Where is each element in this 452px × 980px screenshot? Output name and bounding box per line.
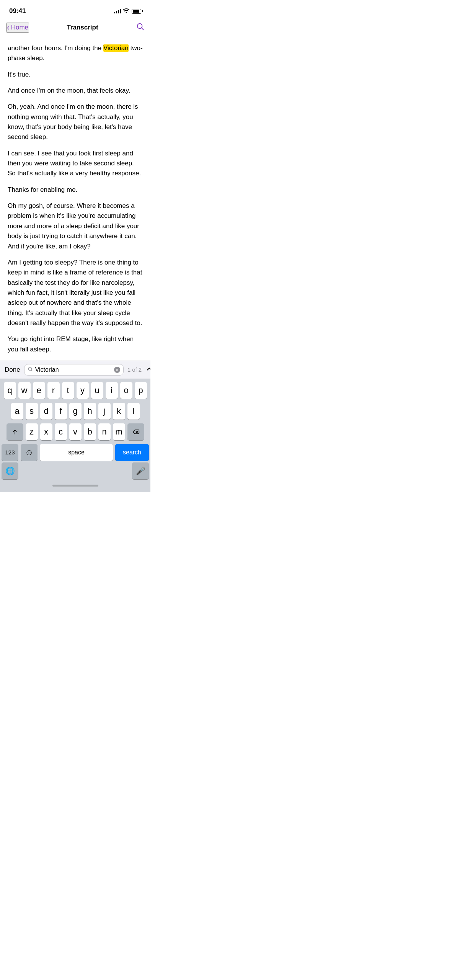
key-z[interactable]: z <box>26 423 38 440</box>
done-button[interactable]: Done <box>5 366 20 374</box>
wifi-icon <box>123 8 129 14</box>
find-counter: 1 of 2 <box>127 366 142 373</box>
key-s[interactable]: s <box>26 403 38 420</box>
status-time: 09:41 <box>9 7 26 15</box>
key-q[interactable]: q <box>4 382 16 399</box>
key-n[interactable]: n <box>98 423 111 440</box>
key-y[interactable]: y <box>77 382 89 399</box>
key-p[interactable]: p <box>135 382 147 399</box>
key-m[interactable]: m <box>113 423 125 440</box>
find-search-icon <box>28 366 33 373</box>
paragraph-6: Thanks for enabling me. <box>8 185 143 195</box>
key-w[interactable]: w <box>18 382 31 399</box>
emoji-key[interactable]: ☺ <box>21 444 38 461</box>
mic-key[interactable]: 🎤 <box>132 462 149 479</box>
battery-icon <box>132 9 143 14</box>
key-j[interactable]: j <box>98 403 111 420</box>
page-title: Transcript <box>67 24 98 31</box>
key-v[interactable]: v <box>69 423 82 440</box>
paragraph-8: Am I getting too sleepy? There is one th… <box>8 258 143 328</box>
key-x[interactable]: x <box>40 423 52 440</box>
keyboard-row-1: q w e r t y u i o p <box>2 382 149 399</box>
key-a[interactable]: a <box>11 403 23 420</box>
back-label: Home <box>11 24 28 31</box>
paragraph-2: It's true. <box>8 70 143 80</box>
paragraph-9: You go right into REM stage, like right … <box>8 334 143 354</box>
paragraph-3: And once I'm on the moon, that feels oka… <box>8 86 143 96</box>
key-l[interactable]: l <box>127 403 140 420</box>
paragraph-7: Oh my gosh, of course. Where it becomes … <box>8 201 143 252</box>
key-e[interactable]: e <box>33 382 45 399</box>
keyboard-row-5: 🌐 🎤 <box>2 462 149 479</box>
clear-button[interactable]: × <box>114 367 120 373</box>
status-bar: 09:41 <box>0 0 150 19</box>
transcript-content: another four hours. I'm doing the Victor… <box>0 37 150 361</box>
keyboard: q w e r t y u i o p a s d f g h j k l z … <box>0 379 150 492</box>
paragraph-5: I can see, I see that you took first sle… <box>8 149 143 179</box>
key-d[interactable]: d <box>40 403 52 420</box>
key-b[interactable]: b <box>84 423 96 440</box>
find-input[interactable] <box>35 366 112 373</box>
keyboard-row-4: 123 ☺ space search <box>2 444 149 462</box>
keyboard-row-2: a s d f g h j k l <box>2 403 149 420</box>
back-button[interactable]: ‹ Home <box>6 23 29 33</box>
highlight-victorian-1: Victorian <box>103 44 129 52</box>
numbers-key[interactable]: 123 <box>2 444 18 461</box>
shift-key[interactable] <box>7 423 23 440</box>
key-h[interactable]: h <box>84 403 96 420</box>
svg-line-1 <box>142 28 144 30</box>
key-t[interactable]: t <box>62 382 74 399</box>
key-u[interactable]: u <box>91 382 103 399</box>
chevron-left-icon: ‹ <box>7 23 10 32</box>
key-g[interactable]: g <box>69 403 82 420</box>
key-o[interactable]: o <box>120 382 132 399</box>
nav-bar: ‹ Home Transcript <box>0 19 150 37</box>
keyboard-spacer <box>21 462 130 479</box>
svg-line-3 <box>31 370 32 371</box>
paragraph-1: another four hours. I'm doing the Victor… <box>8 43 143 64</box>
search-button[interactable] <box>136 22 144 33</box>
space-key[interactable]: space <box>40 444 113 461</box>
key-c[interactable]: c <box>55 423 67 440</box>
find-bar: Done × 1 of 2 <box>0 361 150 379</box>
status-icons <box>114 8 143 14</box>
key-k[interactable]: k <box>113 403 125 420</box>
signal-icon <box>114 9 121 13</box>
delete-key[interactable] <box>127 423 144 440</box>
home-indicator-bar <box>2 479 149 492</box>
globe-key[interactable]: 🌐 <box>2 462 18 479</box>
search-key[interactable]: search <box>115 444 149 461</box>
key-i[interactable]: i <box>106 382 118 399</box>
find-prev-button[interactable] <box>145 365 150 374</box>
home-indicator <box>52 485 98 487</box>
find-nav-buttons <box>145 365 150 374</box>
paragraph-4: Oh, yeah. And once I'm on the moon, ther… <box>8 102 143 142</box>
keyboard-row-3: z x c v b n m <box>2 423 149 440</box>
key-r[interactable]: r <box>47 382 60 399</box>
find-search-box: × <box>24 364 124 376</box>
key-f[interactable]: f <box>55 403 67 420</box>
